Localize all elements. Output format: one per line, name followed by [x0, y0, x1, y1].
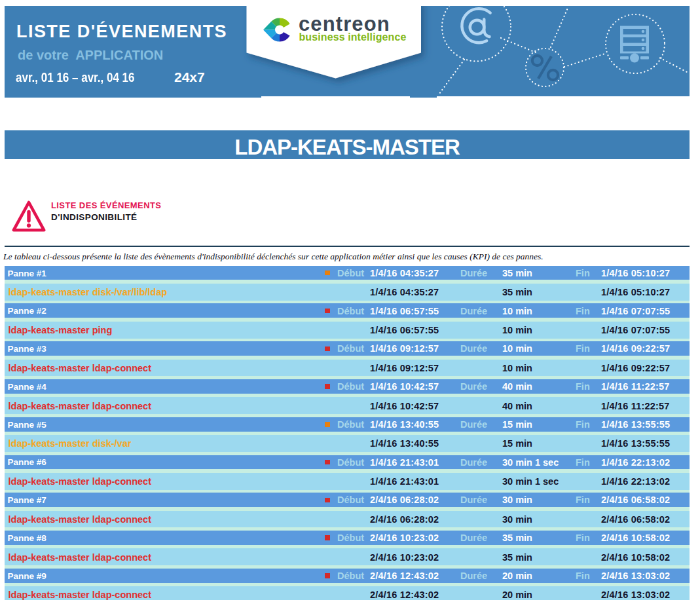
svg-text:business intelligence: business intelligence [299, 31, 407, 43]
